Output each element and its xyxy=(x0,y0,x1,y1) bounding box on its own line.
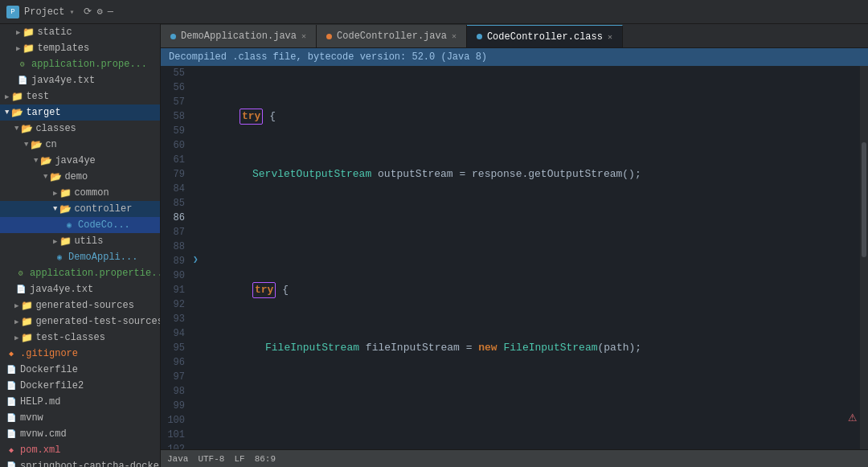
ln-90: 90 xyxy=(167,268,185,283)
file-icon: 📄 xyxy=(16,74,29,87)
code-text: FileInputStream xyxy=(265,341,359,355)
scroll-thumb[interactable] xyxy=(862,142,866,257)
ln-58: 58 xyxy=(167,109,185,124)
status-encoding: UTF-8 xyxy=(198,454,224,464)
tab-bar: DemoApplication.java ✕ CodeController.ja… xyxy=(161,24,868,48)
sidebar-item-test[interactable]: ▶ 📁 test xyxy=(0,88,160,104)
sidebar-item-cn[interactable]: ▼ 📂 cn xyxy=(0,137,160,153)
toolbar-settings[interactable]: ⚙ xyxy=(96,6,102,18)
ln-88: 88 xyxy=(167,240,185,254)
right-panel: DemoApplication.java ✕ CodeController.ja… xyxy=(161,24,868,467)
tab-label: CodeController.java xyxy=(337,31,447,42)
project-label[interactable]: Project xyxy=(24,6,64,18)
sidebar-item-pom-xml[interactable]: ◆ pom.xml xyxy=(0,442,160,458)
class-icon: ◉ xyxy=(53,251,66,264)
code-line-58: try { xyxy=(207,283,860,297)
info-text: Decompiled .class file, bytecode version… xyxy=(169,51,487,63)
code-text: FileInputStream xyxy=(503,341,597,355)
sidebar-item-generated-test-sources[interactable]: ▶ 📁 generated-test-sources xyxy=(0,313,160,330)
sidebar-item-mvnw[interactable]: 📄 mvnw xyxy=(0,410,160,426)
sidebar-item-templates[interactable]: ▶ 📁 templates xyxy=(0,40,160,56)
sidebar-label: static xyxy=(37,27,72,38)
folder-open-icon: 📂 xyxy=(10,106,23,119)
tab-label: DemoApplication.java xyxy=(181,31,297,42)
scroll-indicator[interactable] xyxy=(860,66,868,449)
code-text: new xyxy=(478,341,497,355)
sidebar-label: generated-test-sources xyxy=(35,316,161,327)
tab-close-button[interactable]: ✕ xyxy=(608,32,612,42)
sidebar-item-codeco[interactable]: ◉ CodeCo... xyxy=(0,217,160,233)
toolbar-minimize[interactable]: — xyxy=(108,6,113,18)
folder-icon: 📁 xyxy=(20,315,33,328)
line-numbers: 55 56 57 58 59 60 61 79 84 85 86 87 88 8… xyxy=(161,66,191,449)
sidebar-item-generated-sources[interactable]: ▶ 📁 generated-sources xyxy=(0,297,160,313)
class-icon: ◉ xyxy=(63,219,76,231)
tab-demo-app[interactable]: DemoApplication.java ✕ xyxy=(161,25,317,47)
sidebar-label: common xyxy=(74,187,108,199)
sidebar-item-dockerfile2[interactable]: 📄 Dockerfile2 xyxy=(0,378,160,394)
tab-dot xyxy=(477,34,482,39)
sidebar-item-help-md[interactable]: 📄 HELP.md xyxy=(0,394,160,410)
code-line-57 xyxy=(207,225,860,240)
ln-94: 94 xyxy=(167,326,185,341)
folder-icon: 📁 xyxy=(22,26,35,39)
project-dropdown-icon[interactable]: ▾ xyxy=(69,7,74,17)
arrow-icon: ▶ xyxy=(5,92,9,101)
sidebar-item-java4ye-txt2[interactable]: 📄 java4ye.txt xyxy=(0,281,160,297)
ln-61: 61 xyxy=(167,153,185,167)
code-line-56: ServletOutputStream outputStream = respo… xyxy=(207,167,860,182)
file-icon: ⚙ xyxy=(14,267,27,280)
sidebar-label: java4ye xyxy=(55,155,95,166)
folder-icon: 📁 xyxy=(20,331,33,344)
sidebar-item-controller[interactable]: ▼ 📂 controller xyxy=(0,201,160,217)
sidebar-item-demo[interactable]: ▼ 📂 demo xyxy=(0,169,160,185)
sidebar-item-springboot[interactable]: 📄 springboot-captcha-docke... xyxy=(0,458,160,467)
tab-dot xyxy=(326,34,332,39)
code-content[interactable]: try { ServletOutputStream outputStream =… xyxy=(204,66,860,449)
sidebar-item-target[interactable]: ▼ 📂 target xyxy=(0,104,160,121)
sidebar-item-demoappli[interactable]: ◉ DemoAppli... xyxy=(0,249,160,265)
sidebar-item-app-props2[interactable]: ⚙ application.propertie... xyxy=(0,265,160,281)
sidebar-label: cn xyxy=(45,139,56,150)
sidebar-label: utils xyxy=(74,236,103,247)
sidebar-label: java4ye.txt xyxy=(31,75,95,86)
status-line-col: 86:9 xyxy=(255,454,276,464)
folder-icon: 📁 xyxy=(10,90,23,103)
arrow-icon: ▼ xyxy=(53,205,57,213)
arrow-icon: ▼ xyxy=(5,109,9,117)
ln-59: 59 xyxy=(167,124,185,138)
sidebar-item-common[interactable]: ▶ 📁 common xyxy=(0,185,160,201)
toolbar-sync[interactable]: ⟳ xyxy=(84,6,92,18)
sidebar-item-test-classes[interactable]: ▶ 📁 test-classes xyxy=(0,330,160,346)
arrow-icon: ▶ xyxy=(16,44,20,53)
tab-code-controller-java[interactable]: CodeController.java ✕ xyxy=(317,25,467,47)
sidebar-label: springboot-captcha-docke... xyxy=(20,461,161,467)
folder-icon: 📂 xyxy=(30,138,43,151)
ln-86: 86 xyxy=(167,211,185,225)
ln-87: 87 xyxy=(167,225,185,240)
sidebar-item-dockerfile[interactable]: 📄 Dockerfile xyxy=(0,362,160,378)
code-text xyxy=(497,341,504,355)
sidebar-label: generated-sources xyxy=(35,300,133,311)
tab-code-controller-class[interactable]: CodeController.class ✕ xyxy=(467,25,623,47)
file-icon: ◆ xyxy=(5,347,18,360)
ln-91: 91 xyxy=(167,283,185,297)
sidebar-item-java4ye-txt[interactable]: 📄 java4ye.txt xyxy=(0,72,160,88)
ln-93: 93 xyxy=(167,312,185,326)
sidebar-item-java4ye[interactable]: ▼ 📂 java4ye xyxy=(0,153,160,169)
sidebar-item-gitignore[interactable]: ◆ .gitignore xyxy=(0,346,160,362)
tab-close-button[interactable]: ✕ xyxy=(301,31,306,41)
tab-label: CodeController.class xyxy=(487,31,603,43)
sidebar-item-app-props[interactable]: ⚙ application.prope... xyxy=(0,56,160,72)
sidebar-item-utils[interactable]: ▶ 📁 utils xyxy=(0,233,160,249)
code-area[interactable]: 55 56 57 58 59 60 61 79 84 85 86 87 88 8… xyxy=(161,66,868,449)
sidebar-item-classes[interactable]: ▼ 📂 classes xyxy=(0,121,160,137)
fold-marker[interactable]: ❯ xyxy=(193,254,199,264)
sidebar-label: HELP.md xyxy=(20,396,60,408)
sidebar-item-static[interactable]: ▶ 📁 static xyxy=(0,24,160,40)
sidebar-item-mvnw-cmd[interactable]: 📄 mvnw.cmd xyxy=(0,426,160,442)
sidebar-label: classes xyxy=(35,123,76,134)
ln-100: 100 xyxy=(167,413,185,428)
folder-icon: 📁 xyxy=(22,42,35,55)
tab-close-button[interactable]: ✕ xyxy=(452,31,457,41)
